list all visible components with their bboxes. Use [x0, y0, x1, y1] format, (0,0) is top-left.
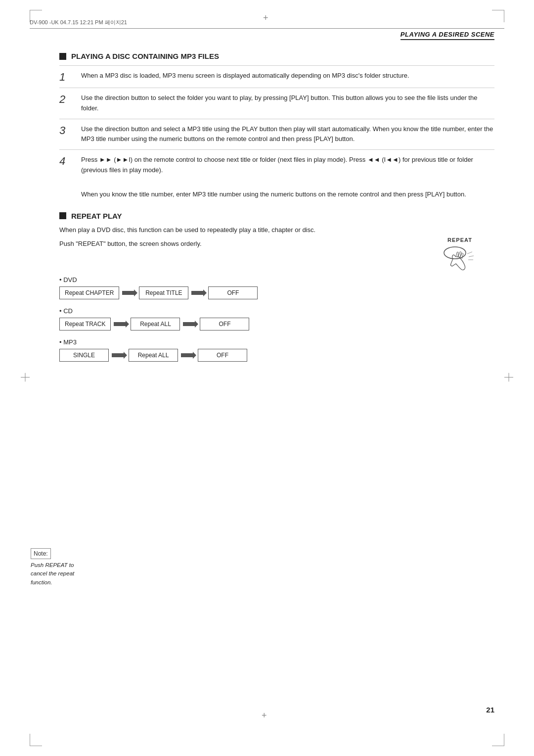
svg-marker-6 [114, 321, 129, 328]
cd-arrow-2 [180, 319, 200, 330]
corner-br-h [492, 746, 504, 746]
page-number: 21 [486, 706, 494, 714]
mp3-arrow-2 [178, 350, 198, 361]
mp3-flow-box-2: Repeat ALL [129, 349, 178, 362]
step-3: 3 Use the direction button and select a … [59, 119, 494, 150]
hand-press-icon [440, 244, 480, 271]
svg-marker-8 [112, 352, 127, 359]
cd-flow-box-1: Repeat TRACK [59, 318, 111, 331]
note-body: Push REPEAT to cancel the repeat functio… [31, 561, 75, 587]
page-title-header: PLAYING A DESIRED SCENE [400, 31, 494, 40]
mp3-flow-block: • MP3 SINGLE Repeat ALL [59, 338, 494, 362]
step-4-text: Press ►► (►►I) on the remote control to … [81, 155, 494, 176]
doc-id-label: DV-900 -UK 04.7.15 12:21 PM 페이지21 [30, 19, 127, 26]
crosshair-bottom [264, 713, 272, 722]
page-title-text: PLAYING A DESIRED SCENE [400, 31, 494, 38]
section1-title: PLAYING A DISC CONTAINING MP3 FILES [59, 52, 494, 60]
step-2: 2 Use the direction button to select the… [59, 88, 494, 119]
corner-br-v [504, 734, 504, 746]
top-header-line: DV-900 -UK 04.7.15 12:21 PM 페이지21 [30, 19, 504, 29]
dvd-flow-box-2: Repeat TITLE [139, 286, 188, 299]
step-2-number: 2 [59, 93, 73, 105]
section2-title-text: REPEAT PLAY [71, 212, 122, 220]
extra-note: When you know the title number, enter MP… [81, 189, 494, 200]
repeat-push-line: Push "REPEAT" button, the screen shows o… [59, 240, 202, 247]
cd-flow-diagram: Repeat TRACK Repeat ALL [59, 318, 494, 331]
step-1-number: 1 [59, 71, 73, 83]
svg-marker-4 [122, 289, 137, 296]
svg-line-2 [469, 256, 474, 257]
mp3-label: • MP3 [59, 338, 494, 346]
dvd-label: • DVD [59, 276, 494, 284]
main-content: PLAYING A DISC CONTAINING MP3 FILES 1 Wh… [59, 52, 494, 370]
repeat-section: REPEAT PLAY When play a DVD disc, this f… [59, 212, 494, 362]
dvd-flow-box-3: OFF [208, 286, 258, 299]
corner-tl-h [30, 10, 42, 10]
step-1: 1 When a MP3 disc is loaded, MP3 menu sc… [59, 65, 494, 88]
mp3-flow-box-3: OFF [198, 349, 247, 362]
step-3-number: 3 [59, 124, 73, 136]
repeat-label: REPEAT [447, 237, 472, 243]
dvd-flow-diagram: Repeat CHAPTER Repeat TITLE [59, 286, 494, 299]
dvd-arrow-1 [119, 287, 139, 298]
dvd-flow-block: • DVD Repeat CHAPTER Repeat TITLE [59, 276, 494, 299]
svg-marker-7 [183, 321, 198, 328]
step-1-text: When a MP3 disc is loaded, MP3 menu scre… [81, 71, 409, 81]
step-4-number: 4 [59, 155, 73, 167]
dvd-flow-box-1: Repeat CHAPTER [59, 286, 119, 299]
cd-arrow-1 [111, 319, 131, 330]
svg-marker-5 [191, 289, 207, 296]
corner-tr-h [492, 10, 504, 10]
svg-marker-9 [181, 352, 196, 359]
crosshair-left [21, 373, 30, 383]
note-title: Note: [31, 548, 51, 559]
step-3-text: Use the direction button and select a MP… [81, 124, 494, 145]
section2-title: REPEAT PLAY [59, 212, 494, 220]
dvd-arrow-2 [188, 287, 208, 298]
steps-container: 1 When a MP3 disc is loaded, MP3 menu sc… [59, 65, 494, 181]
corner-bl-v [30, 734, 30, 746]
section1-title-text: PLAYING A DISC CONTAINING MP3 FILES [71, 52, 219, 60]
repeat-button-illustration: REPEAT [440, 237, 480, 271]
section2-icon [59, 212, 66, 219]
step-2-text: Use the direction button to select the f… [81, 93, 494, 114]
repeat-intro: When play a DVD disc, this function can … [59, 225, 494, 236]
section1-icon [59, 53, 66, 60]
svg-line-1 [467, 252, 472, 254]
mp3-flow-diagram: SINGLE Repeat ALL [59, 349, 494, 362]
cd-flow-box-3: OFF [200, 318, 249, 331]
corner-bl-h [30, 746, 42, 746]
mp3-arrow-1 [109, 350, 129, 361]
flow-diagrams-container: • DVD Repeat CHAPTER Repeat TITLE [59, 276, 494, 362]
step-4: 4 Press ►► (►►I) on the remote control t… [59, 149, 494, 181]
cd-flow-block: • CD Repeat TRACK Repeat ALL [59, 307, 494, 331]
crosshair-right [504, 373, 513, 383]
cd-label: • CD [59, 307, 494, 315]
page-container: DV-900 -UK 04.7.15 12:21 PM 페이지21 PLAYIN… [0, 0, 534, 756]
cd-flow-box-2: Repeat ALL [131, 318, 180, 331]
left-note: Note: Push REPEAT to cancel the repeat f… [31, 548, 75, 587]
mp3-flow-box-1: SINGLE [59, 349, 109, 362]
